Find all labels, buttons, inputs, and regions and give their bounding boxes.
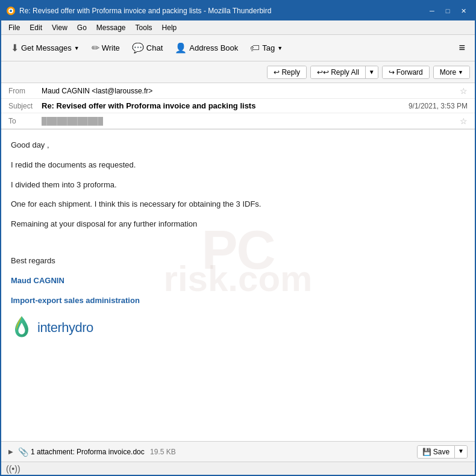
- attachment-bar: ▶ 📎 1 attachment: Proforma invoice.doc 1…: [1, 441, 475, 462]
- menubar: File Edit View Go Message Tools Help: [1, 20, 475, 35]
- attachment-size: 19.5 KB: [150, 448, 176, 456]
- menu-view[interactable]: View: [47, 22, 72, 33]
- reply-all-dropdown-icon[interactable]: ▼: [365, 66, 378, 78]
- from-value: Maud CAGNIN <last@larousse.fr>: [42, 87, 457, 95]
- email-body-container: PC risk.com Good day , I redid the docum…: [1, 130, 475, 441]
- more-button[interactable]: More ▼: [434, 66, 469, 78]
- reply-all-icon: ↩↩: [317, 68, 329, 77]
- address-book-label: Address Book: [189, 43, 238, 52]
- get-messages-button[interactable]: ⬇ Get Messages ▼: [6, 40, 84, 56]
- menu-message[interactable]: Message: [92, 22, 131, 33]
- titlebar: Re: Revised offer with Proforma invoice …: [1, 1, 475, 20]
- reply-all-button[interactable]: ↩↩ Reply All: [311, 66, 365, 78]
- to-value: ████████████: [42, 117, 457, 125]
- forward-group: ↪ Forward: [382, 66, 430, 79]
- sender-title: Import-export sales administration: [11, 295, 465, 307]
- tag-icon: 🏷: [250, 43, 260, 54]
- menu-file[interactable]: File: [4, 22, 25, 33]
- statusbar: ((•)): [1, 462, 475, 475]
- reply-all-group: ↩↩ Reply All ▼: [310, 66, 378, 79]
- action-toolbar: ↩ Reply ↩↩ Reply All ▼ ↪ Forward More ▼: [1, 61, 475, 83]
- write-label: Write: [102, 43, 120, 52]
- menu-help[interactable]: Help: [157, 22, 182, 33]
- logo-drop-icon: [11, 314, 33, 340]
- save-dropdown-icon[interactable]: ▼: [454, 446, 467, 458]
- get-messages-dropdown-icon[interactable]: ▼: [74, 45, 80, 51]
- window-controls: ─ □ ✕: [425, 4, 470, 17]
- from-row: From Maud CAGNIN <last@larousse.fr> ☆: [1, 83, 475, 99]
- email-content: Good day , I redid the documents as requ…: [11, 139, 465, 340]
- svg-point-2: [10, 10, 12, 12]
- forward-label: Forward: [396, 68, 423, 77]
- window-title: Re: Revised offer with Proforma invoice …: [19, 7, 425, 15]
- menu-tools[interactable]: Tools: [131, 22, 157, 33]
- address-book-button[interactable]: 👤 Address Book: [170, 40, 243, 56]
- sender-name: Maud CAGNIN: [11, 275, 465, 287]
- email-date: 9/1/2021, 3:53 PM: [409, 102, 468, 110]
- more-label: More: [440, 68, 456, 77]
- forward-icon: ↪: [389, 68, 395, 77]
- write-button[interactable]: ✏ Write: [87, 40, 125, 56]
- save-icon: 💾: [422, 448, 431, 456]
- reply-icon: ↩: [274, 68, 280, 77]
- write-icon: ✏: [92, 42, 99, 54]
- chat-icon: 💬: [132, 42, 144, 54]
- main-toolbar: ⬇ Get Messages ▼ ✏ Write 💬 Chat 👤 Addres…: [1, 35, 475, 61]
- to-star[interactable]: ☆: [460, 116, 468, 126]
- attachment-expand-icon[interactable]: ▶: [8, 448, 13, 455]
- attachment-paperclip-icon: 📎: [18, 447, 28, 457]
- wifi-icon: ((•)): [6, 464, 20, 474]
- reply-all-label: Reply All: [331, 68, 359, 77]
- menu-edit[interactable]: Edit: [25, 22, 47, 33]
- greeting: Good day ,: [11, 139, 465, 152]
- minimize-button[interactable]: ─: [425, 4, 439, 17]
- close-button[interactable]: ✕: [457, 4, 470, 17]
- subject-row: Subject Re: Revised offer with Proforma …: [1, 99, 475, 113]
- line4: Remaining at your disposal for any furth…: [11, 218, 465, 231]
- reply-button[interactable]: ↩ Reply: [268, 66, 306, 78]
- line1: I redid the documents as requested.: [11, 159, 465, 172]
- subject-value: Re: Revised offer with Proforma invoice …: [42, 101, 409, 110]
- save-attachment-button[interactable]: 💾 Save: [418, 446, 454, 458]
- chat-label: Chat: [146, 43, 163, 52]
- chat-button[interactable]: 💬 Chat: [127, 40, 168, 56]
- logo-hydro: hydro: [61, 320, 93, 335]
- get-messages-label: Get Messages: [21, 43, 72, 52]
- reply-label: Reply: [281, 68, 300, 77]
- more-dropdown-icon: ▼: [458, 69, 463, 75]
- company-logo-text: interhydro: [37, 317, 93, 338]
- line2: I divided them into 3 proforma.: [11, 179, 465, 192]
- forward-button[interactable]: ↪ Forward: [383, 66, 429, 78]
- best-regards: Best regards: [11, 255, 465, 268]
- logo-inter: inter: [37, 320, 61, 335]
- email-body: PC risk.com Good day , I redid the docum…: [1, 130, 475, 371]
- to-label: To: [8, 117, 42, 125]
- maximize-button[interactable]: □: [441, 4, 454, 17]
- save-label: Save: [433, 448, 449, 456]
- app-icon: [6, 6, 16, 16]
- tag-button[interactable]: 🏷 Tag ▼: [245, 40, 287, 56]
- address-book-icon: 👤: [175, 42, 187, 54]
- save-button-group: 💾 Save ▼: [417, 445, 468, 459]
- app-window: Re: Revised offer with Proforma invoice …: [0, 0, 476, 476]
- menu-go[interactable]: Go: [72, 22, 92, 33]
- from-label: From: [8, 87, 42, 95]
- tag-dropdown-icon: ▼: [277, 45, 283, 51]
- hamburger-menu-button[interactable]: ≡: [454, 39, 470, 57]
- attachment-count-label: 1 attachment: Proforma invoice.doc: [31, 448, 145, 456]
- line3: One for each shipment. I think this is n…: [11, 198, 465, 211]
- logo-container: interhydro: [11, 314, 465, 340]
- email-header: From Maud CAGNIN <last@larousse.fr> ☆ Su…: [1, 83, 475, 130]
- reply-group: ↩ Reply: [267, 66, 307, 79]
- attachment-label: 1 attachment: Proforma invoice.doc 19.5 …: [31, 448, 417, 456]
- to-row: To ████████████ ☆: [1, 113, 475, 129]
- more-group: More ▼: [433, 66, 470, 79]
- get-messages-icon: ⬇: [11, 42, 19, 54]
- tag-label: Tag: [262, 43, 275, 52]
- subject-label: Subject: [8, 102, 42, 110]
- from-star[interactable]: ☆: [460, 86, 468, 96]
